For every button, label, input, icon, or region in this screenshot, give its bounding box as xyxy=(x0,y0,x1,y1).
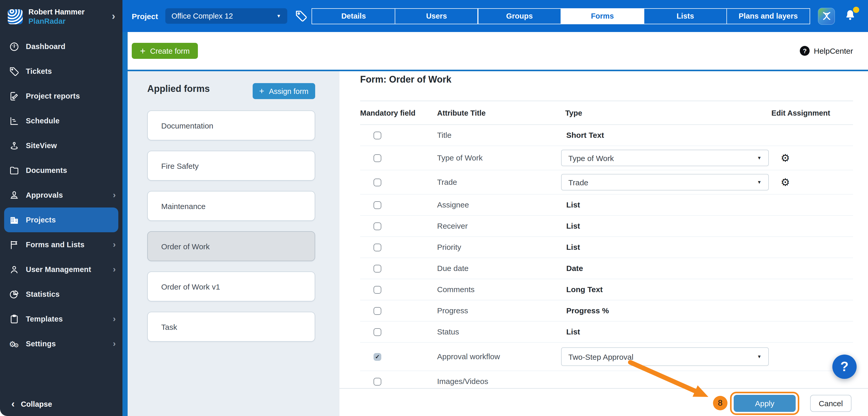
sidebar-item-siteview[interactable]: SiteView xyxy=(0,133,122,158)
table-row-assignee: AssigneeList xyxy=(360,195,853,216)
sidebar-item-approvals[interactable]: Approvals› xyxy=(0,183,122,207)
settings-gear-icon[interactable]: ⚙ xyxy=(781,176,790,187)
mandatory-cell xyxy=(360,201,437,209)
mandatory-checkbox[interactable] xyxy=(374,178,381,186)
form-detail-title: Form: Order of Work xyxy=(360,74,451,85)
sidebar-item-schedule[interactable]: Schedule xyxy=(0,108,122,133)
mandatory-checkbox[interactable] xyxy=(374,222,381,230)
mandatory-checkbox[interactable] xyxy=(374,265,381,272)
type-cell: Short Text xyxy=(561,131,771,140)
sidebar-item-settings[interactable]: ⚙⚙Settings› xyxy=(0,332,122,356)
stamp-icon xyxy=(8,189,20,201)
attribute-cell: Receiver xyxy=(437,221,561,231)
edit-assignment-cell: ⚙ xyxy=(771,177,853,187)
form-card-fire-safety[interactable]: Fire Safety xyxy=(147,151,315,181)
type-label: List xyxy=(561,327,580,336)
mandatory-cell xyxy=(360,243,437,251)
chevron-down-icon: ▼ xyxy=(757,155,762,161)
form-card-order-of-work[interactable]: Order of Work xyxy=(147,231,315,261)
settings-gear-icon[interactable]: ⚙ xyxy=(781,152,790,163)
table-row-priority: PriorityList xyxy=(360,237,853,258)
planradar-connect-button[interactable] xyxy=(818,7,835,25)
tab-details[interactable]: Details xyxy=(312,8,396,24)
mandatory-checkbox[interactable] xyxy=(374,286,381,293)
sidebar: Robert Hammer PlanRadar › DashboardTicke… xyxy=(0,0,122,416)
cancel-button[interactable]: Cancel xyxy=(810,395,851,412)
sidebar-item-forms-and-lists[interactable]: Forms and Lists› xyxy=(0,232,122,257)
mandatory-checkbox[interactable] xyxy=(374,378,381,385)
clipboard-icon xyxy=(8,313,20,325)
sidebar-item-templates[interactable]: Templates› xyxy=(0,307,122,332)
attribute-title: Progress xyxy=(437,306,468,315)
mandatory-cell xyxy=(360,222,437,230)
create-form-button[interactable]: + Create form xyxy=(132,43,198,59)
mandatory-checkbox[interactable] xyxy=(374,131,381,139)
planradar-app: Robert Hammer PlanRadar › DashboardTicke… xyxy=(0,0,868,416)
apply-button[interactable]: Apply xyxy=(734,395,796,412)
table-row-status: StatusList xyxy=(360,321,853,343)
help-bubble-button[interactable]: ? xyxy=(832,355,857,379)
assign-form-label: Assign form xyxy=(269,87,308,95)
mandatory-checkbox[interactable] xyxy=(374,243,381,251)
dropdown-value: Type of Work xyxy=(568,153,757,162)
project-selector[interactable]: Office Complex 12 ▼ xyxy=(165,8,287,24)
tags-icon[interactable] xyxy=(294,9,308,23)
column-attribute-title: Attribute Title xyxy=(437,109,561,117)
attribute-title: Comments xyxy=(437,285,474,294)
pie-icon xyxy=(8,288,20,300)
report-icon xyxy=(8,90,20,102)
sidebar-item-label: Forms and Lists xyxy=(26,241,85,249)
attributes-table-body: TitleShort TextType of WorkType of Work▼… xyxy=(360,125,853,392)
sidebar-item-dashboard[interactable]: Dashboard xyxy=(0,34,122,59)
edit-assignment-cell: ⚙ xyxy=(771,152,853,163)
sidebar-item-documents[interactable]: Documents xyxy=(0,158,122,183)
account-switcher[interactable]: Robert Hammer PlanRadar › xyxy=(0,0,122,31)
sidebar-item-user-management[interactable]: User Management› xyxy=(0,257,122,282)
help-center-link[interactable]: ? HelpCenter xyxy=(800,46,853,56)
type-of-work-dropdown[interactable]: Type of Work▼ xyxy=(561,150,769,166)
form-card-label: Order of Work xyxy=(161,242,210,251)
form-card-documentation[interactable]: Documentation xyxy=(147,110,315,140)
plus-icon: + xyxy=(259,87,264,96)
tab-plans-and-layers[interactable]: Plans and layers xyxy=(726,8,810,24)
assign-form-button[interactable]: + Assign form xyxy=(252,83,315,99)
dropdown-value: Two-Step Approval xyxy=(568,352,757,361)
question-mark-icon: ? xyxy=(840,359,848,375)
trade-dropdown[interactable]: Trade▼ xyxy=(561,174,769,190)
mandatory-checkbox[interactable] xyxy=(374,201,381,209)
sidebar-item-project-reports[interactable]: Project reports xyxy=(0,83,122,108)
tab-groups[interactable]: Groups xyxy=(478,8,561,24)
notifications-button[interactable] xyxy=(844,8,858,24)
mandatory-checkbox[interactable] xyxy=(374,154,381,162)
form-card-label: Fire Safety xyxy=(161,161,199,170)
attribute-cell: Comments xyxy=(437,285,561,294)
folder-icon xyxy=(8,165,20,176)
form-card-task[interactable]: Task xyxy=(147,312,315,342)
attribute-cell: Trade xyxy=(437,178,561,187)
tab-lists[interactable]: Lists xyxy=(644,8,727,24)
tab-forms[interactable]: Forms xyxy=(561,8,644,24)
tab-users[interactable]: Users xyxy=(395,8,478,24)
screenshot-viewport: Robert Hammer PlanRadar › DashboardTicke… xyxy=(0,0,868,416)
mandatory-checkbox[interactable] xyxy=(374,307,381,315)
type-cell: List xyxy=(561,221,771,231)
sidebar-item-projects[interactable]: Projects xyxy=(4,207,118,232)
planradar-logo-icon xyxy=(8,9,23,24)
approval-workflow-dropdown[interactable]: Two-Step Approval▼ xyxy=(561,347,769,366)
project-topbar: Project Office Complex 12 ▼ DetailsUsers… xyxy=(122,0,868,32)
mandatory-checkbox[interactable] xyxy=(374,328,381,336)
annotation-step-badge: 8 xyxy=(713,396,727,410)
building-icon xyxy=(8,214,20,226)
form-card-maintenance[interactable]: Maintenance xyxy=(147,191,315,221)
sidebar-item-tickets[interactable]: Tickets xyxy=(0,59,122,83)
type-label: Long Text xyxy=(561,285,603,294)
project-selector-value: Office Complex 12 xyxy=(172,12,276,20)
mandatory-cell xyxy=(360,265,437,272)
type-cell: Trade▼ xyxy=(561,174,771,190)
mandatory-checkbox[interactable] xyxy=(374,353,381,360)
sidebar-item-statistics[interactable]: Statistics xyxy=(0,282,122,307)
collapse-button[interactable]: ‹ Collapse xyxy=(11,398,52,410)
applied-forms-panel: Applied forms + Assign form Documentatio… xyxy=(128,71,339,416)
attribute-title: Approval workflow xyxy=(437,352,500,361)
form-card-order-of-work-v1[interactable]: Order of Work v1 xyxy=(147,272,315,302)
